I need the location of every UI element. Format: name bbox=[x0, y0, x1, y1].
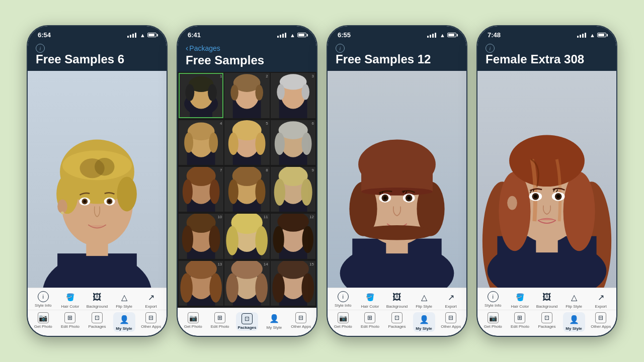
hair-cell-14[interactable]: 14 bbox=[224, 261, 269, 306]
app-title-4: Female Extra 308 bbox=[486, 53, 608, 66]
svg-point-48 bbox=[256, 132, 266, 155]
info-icon-1[interactable]: i bbox=[36, 44, 45, 53]
status-bar-1: 6:54 ▲ bbox=[28, 26, 167, 42]
svg-point-6 bbox=[117, 177, 136, 212]
phone-1: 6:54 ▲ i Free Samples 6 bbox=[27, 25, 168, 337]
status-icons-3: ▲ bbox=[427, 32, 456, 38]
tool-other-apps-3[interactable]: ⊟ Other Apps bbox=[440, 312, 462, 332]
phone-4: 7:48 ▲ i Female Extra 308 bbox=[476, 25, 617, 337]
svg-point-66 bbox=[256, 179, 266, 204]
tool-flip-3[interactable]: △ Flip Style bbox=[413, 291, 435, 309]
svg-point-53 bbox=[274, 132, 284, 155]
tool-packages-4[interactable]: ⊡ Packages bbox=[536, 312, 558, 332]
hair-cell-3[interactable]: 3 bbox=[271, 73, 315, 118]
tool-hair-color-1[interactable]: 🪣 Hair Color bbox=[59, 291, 81, 309]
tool-flip-1[interactable]: △ Flip Style bbox=[113, 291, 135, 309]
svg-point-136 bbox=[534, 195, 537, 199]
app-header-4: i Female Extra 308 bbox=[477, 42, 616, 71]
tool-get-photo-1[interactable]: 📷 Get Photo bbox=[32, 312, 54, 332]
svg-point-108 bbox=[301, 273, 314, 302]
time-3: 6:55 bbox=[338, 31, 351, 39]
hair-cell-10[interactable]: 10 bbox=[179, 214, 223, 258]
hair-cell-4[interactable]: 4 bbox=[179, 120, 223, 165]
back-nav-2[interactable]: ‹ Packages bbox=[186, 44, 308, 53]
info-icon-4[interactable]: i bbox=[486, 44, 495, 53]
svg-point-96 bbox=[209, 273, 222, 302]
app-title-2: Free Samples bbox=[186, 54, 308, 67]
tool-get-photo-3[interactable]: 📷 Get Photo bbox=[332, 312, 354, 332]
tool-style-info-4[interactable]: i Style Info bbox=[482, 291, 504, 309]
svg-point-120 bbox=[383, 197, 387, 200]
hair-cell-2[interactable]: 2 bbox=[224, 73, 269, 118]
tool-my-style-3[interactable]: 👤 My Style bbox=[413, 312, 435, 332]
tool-edit-photo-1[interactable]: ⊞ Edit Photo bbox=[59, 312, 81, 332]
status-bar-2: 6:41 ▲ bbox=[178, 26, 316, 42]
tool-edit-photo-4[interactable]: ⊞ Edit Photo bbox=[509, 312, 531, 332]
svg-point-140 bbox=[507, 196, 517, 210]
portrait-4 bbox=[477, 71, 616, 288]
tool-hair-color-4[interactable]: 🪣 Hair Color bbox=[509, 291, 531, 309]
tool-packages-3[interactable]: ⊡ Packages bbox=[386, 312, 408, 332]
status-icons-2: ▲ bbox=[277, 32, 306, 38]
tool-export-1[interactable]: ↗ Export bbox=[140, 291, 162, 309]
svg-point-15 bbox=[108, 200, 111, 203]
status-icons-4: ▲ bbox=[577, 32, 606, 38]
tool-background-4[interactable]: 🖼 Background bbox=[536, 291, 558, 309]
toolbar-top-3: i Style Info 🪣 Hair Color 🖼 Background △… bbox=[328, 288, 466, 310]
svg-point-35 bbox=[277, 84, 285, 100]
tool-other-apps-4[interactable]: ⊟ Other Apps bbox=[590, 312, 612, 332]
tool-background-1[interactable]: 🖼 Background bbox=[86, 291, 108, 309]
svg-point-132 bbox=[564, 172, 595, 251]
phone-2: 6:41 ▲ ‹ Packages Free Samp bbox=[177, 25, 317, 337]
hair-cell-12[interactable]: 12 bbox=[271, 214, 315, 258]
svg-point-59 bbox=[183, 179, 193, 204]
toolbar-top-4: i Style Info 🪣 Hair Color 🖼 Background △… bbox=[477, 288, 616, 310]
toolbar-bottom-4: 📷 Get Photo ⊞ Edit Photo ⊡ Packages 👤 My… bbox=[477, 310, 616, 336]
hair-cell-8[interactable]: 8 bbox=[224, 167, 269, 212]
tool-export-3[interactable]: ↗ Export bbox=[440, 291, 462, 309]
toolbar-4: i Style Info 🪣 Hair Color 🖼 Background △… bbox=[477, 288, 616, 336]
tool-style-info-3[interactable]: i Style Info bbox=[332, 291, 354, 309]
time-1: 6:54 bbox=[38, 31, 51, 39]
phone-3: 6:55 ▲ i Free Samples 12 bbox=[327, 25, 467, 337]
hair-cell-6[interactable]: 6 bbox=[271, 120, 315, 165]
content-2: 1 2 bbox=[178, 72, 316, 308]
toolbar-bottom-2: 📷 Get Photo ⊞ Edit Photo ⊡ Packages 👤 My… bbox=[178, 308, 316, 336]
svg-point-42 bbox=[209, 132, 218, 152]
hair-cell-15[interactable]: 15 bbox=[271, 261, 315, 306]
svg-point-54 bbox=[301, 132, 311, 155]
svg-point-9 bbox=[95, 158, 114, 175]
tool-get-photo-4[interactable]: 📷 Get Photo bbox=[482, 312, 504, 332]
hair-cell-1[interactable]: 1 bbox=[179, 73, 223, 118]
tool-background-3[interactable]: 🖼 Background bbox=[386, 291, 408, 309]
svg-point-84 bbox=[256, 226, 268, 255]
tool-edit-photo-2[interactable]: ⊞ Edit Photo bbox=[209, 312, 231, 331]
svg-point-16 bbox=[57, 200, 67, 214]
tool-other-apps-2[interactable]: ⊟ Other Apps bbox=[290, 312, 312, 331]
hair-cell-13[interactable]: 13 bbox=[179, 261, 223, 306]
tool-edit-photo-3[interactable]: ⊞ Edit Photo bbox=[359, 312, 381, 332]
tool-hair-color-3[interactable]: 🪣 Hair Color bbox=[359, 291, 381, 309]
app-title-1: Free Samples 6 bbox=[36, 53, 158, 66]
svg-point-117 bbox=[361, 188, 433, 196]
hair-cell-9[interactable]: 9 bbox=[271, 167, 315, 212]
tool-my-style-2[interactable]: 👤 My Style bbox=[263, 312, 285, 331]
portrait-1 bbox=[28, 71, 167, 288]
svg-point-83 bbox=[226, 226, 239, 255]
tool-style-info-1[interactable]: i Style Info bbox=[32, 291, 54, 309]
hair-cell-5[interactable]: 5 bbox=[224, 120, 269, 165]
hair-cell-11[interactable]: 11 bbox=[224, 214, 269, 258]
tool-get-photo-2[interactable]: 📷 Get Photo bbox=[182, 312, 204, 331]
hair-cell-7[interactable]: 7 bbox=[179, 167, 223, 212]
tool-export-4[interactable]: ↗ Export bbox=[590, 291, 612, 309]
tool-my-style-4[interactable]: 👤 My Style bbox=[563, 312, 585, 332]
svg-point-133 bbox=[509, 135, 585, 187]
info-icon-3[interactable]: i bbox=[336, 44, 345, 53]
svg-point-107 bbox=[272, 273, 285, 302]
tool-my-style-1[interactable]: 👤 My Style bbox=[113, 312, 135, 332]
svg-point-123 bbox=[407, 197, 411, 200]
tool-packages-1[interactable]: ⊡ Packages bbox=[86, 312, 108, 332]
tool-flip-4[interactable]: △ Flip Style bbox=[563, 291, 585, 309]
tool-other-apps-1[interactable]: ⊟ Other Apps bbox=[140, 312, 162, 332]
tool-packages-2[interactable]: ⊡ Packages bbox=[236, 312, 259, 331]
